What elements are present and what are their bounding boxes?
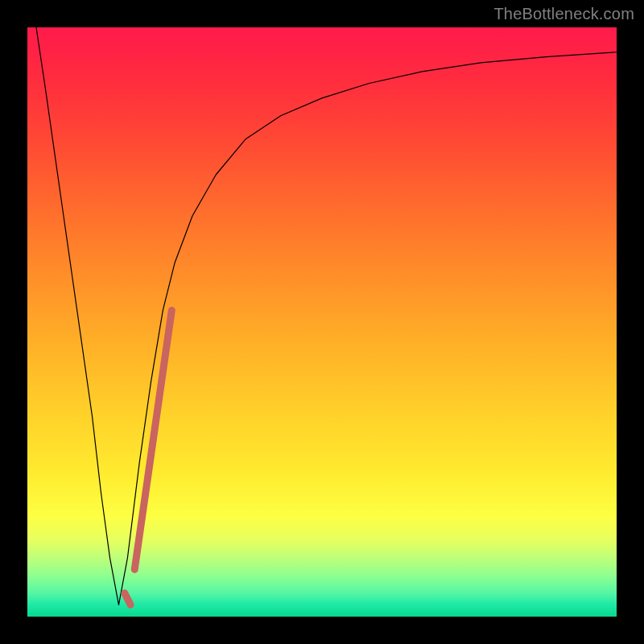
series-layer xyxy=(36,27,617,605)
series-highlight-segment xyxy=(134,310,171,569)
plot-area xyxy=(26,26,618,618)
chart-container: TheBottleneck.com xyxy=(0,0,644,644)
chart-svg xyxy=(27,27,617,617)
watermark-text: TheBottleneck.com xyxy=(493,5,634,23)
series-highlight-segment xyxy=(125,593,130,605)
series-bottleneck-curve xyxy=(36,27,617,605)
